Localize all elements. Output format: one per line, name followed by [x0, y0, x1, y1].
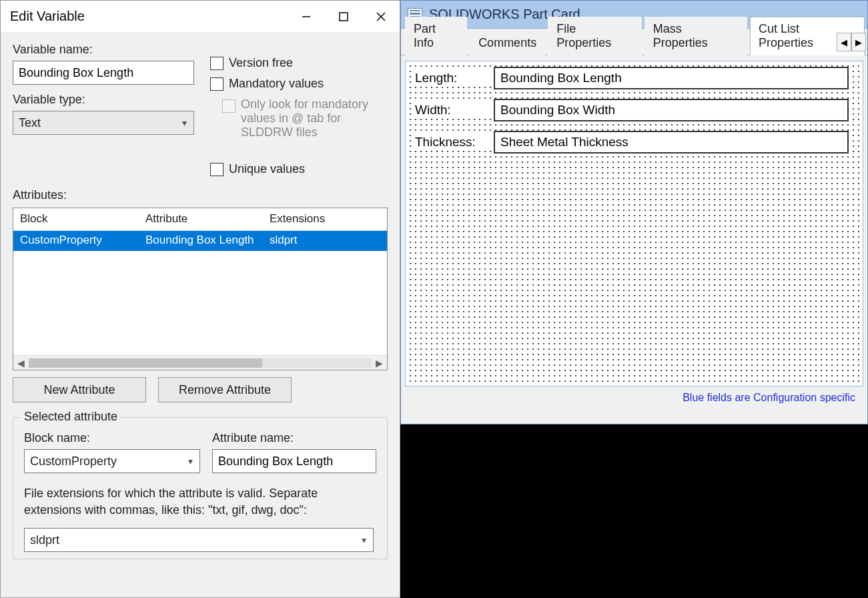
mandatory-subnote-row: Only look for mandatory values in @ tab … — [222, 97, 388, 139]
col-attribute: Attribute — [139, 208, 263, 230]
selected-attribute-legend: Selected attribute — [20, 410, 121, 424]
unique-values-label: Unique values — [229, 162, 305, 176]
chevron-down-icon: ▾ — [362, 535, 366, 545]
scroll-track[interactable] — [29, 358, 372, 368]
block-name-value: CustomProperty — [30, 455, 117, 469]
config-specific-note: Blue fields are Configuration specific — [683, 392, 855, 404]
dialog-title: Edit Variable — [10, 9, 288, 24]
mandatory-values-checkbox-row[interactable]: Mandatory values — [210, 77, 388, 91]
variable-type-label: Variable type: — [13, 93, 194, 107]
version-free-checkbox-row[interactable]: Version free — [210, 56, 388, 70]
width-input[interactable]: Bounding Box Width — [494, 99, 849, 121]
attribute-name-input[interactable] — [212, 449, 376, 473]
field-row-length: Length: Bounding Box Length — [412, 67, 849, 89]
selected-attribute-group: Selected attribute Block name: CustomPro… — [13, 417, 388, 559]
extensions-combo[interactable]: sldprt ▾ — [24, 528, 374, 552]
checkbox-icon — [210, 77, 224, 91]
grid-header: Block Attribute Extensions — [13, 208, 387, 231]
scroll-right-icon[interactable]: ▶ — [376, 358, 383, 368]
cell-attribute: Bounding Box Length — [139, 231, 263, 251]
length-label: Length: — [412, 69, 494, 87]
width-label: Width: — [412, 101, 494, 119]
titlebar: Edit Variable — [1, 1, 400, 32]
block-name-label: Block name: — [24, 431, 200, 445]
maximize-button[interactable] — [325, 1, 362, 32]
grid-empty-area — [13, 251, 387, 355]
part-card-window: SOLIDWORKS Part Card Part Info Comments … — [400, 0, 868, 424]
edit-variable-dialog: Edit Variable Variable name: Variable ty… — [0, 0, 400, 598]
cell-extensions: sldprt — [263, 231, 387, 251]
checkbox-icon — [210, 163, 224, 176]
card-designer-canvas[interactable]: Length: Bounding Box Length Width: Bound… — [405, 61, 863, 386]
col-block: Block — [13, 208, 139, 230]
new-attribute-button[interactable]: New Attribute — [13, 377, 146, 402]
tab-file-properties[interactable]: File Properties — [548, 17, 641, 55]
thickness-input[interactable]: Sheet Metal Thickness — [494, 131, 849, 154]
form-area: Length: Bounding Box Length Width: Bound… — [412, 67, 849, 163]
variable-name-label: Variable name: — [13, 43, 194, 57]
col-extensions: Extensions — [263, 208, 387, 230]
attributes-label: Attributes: — [13, 188, 67, 202]
attribute-name-label: Attribute name: — [212, 431, 376, 445]
block-name-combo[interactable]: CustomProperty ▾ — [24, 449, 200, 473]
length-input[interactable]: Bounding Box Length — [494, 67, 849, 89]
tab-comments[interactable]: Comments — [470, 31, 545, 55]
attributes-grid[interactable]: Block Attribute Extensions CustomPropert… — [13, 208, 388, 370]
field-row-width: Width: Bounding Box Width — [412, 99, 849, 121]
variable-type-combo[interactable]: Text ▾ — [13, 111, 194, 135]
checkbox-icon — [210, 57, 224, 70]
cell-block: CustomProperty — [13, 231, 139, 251]
version-free-label: Version free — [229, 56, 293, 70]
scroll-left-icon[interactable]: ◀ — [17, 358, 25, 368]
grid-row[interactable]: CustomProperty Bounding Box Length sldpr… — [13, 231, 387, 251]
minimize-button[interactable] — [288, 1, 325, 32]
variable-type-value: Text — [19, 116, 41, 130]
mandatory-note: Only look for mandatory values in @ tab … — [241, 97, 381, 139]
chevron-down-icon: ▾ — [182, 117, 187, 128]
tab-scroll-left[interactable]: ◀ — [837, 33, 851, 51]
extensions-value: sldprt — [30, 533, 59, 547]
variable-name-input[interactable] — [13, 61, 194, 85]
remove-attribute-button[interactable]: Remove Attribute — [158, 377, 292, 402]
mandatory-values-label: Mandatory values — [229, 77, 324, 91]
close-button[interactable] — [362, 1, 400, 32]
unique-values-checkbox-row[interactable]: Unique values — [210, 162, 388, 176]
tab-part-info[interactable]: Part Info — [405, 17, 467, 55]
thickness-label: Thickness: — [412, 133, 494, 151]
scroll-thumb[interactable] — [29, 358, 262, 368]
grid-scrollbar[interactable]: ◀ ▶ — [13, 355, 387, 370]
tab-mass-properties[interactable]: Mass Properties — [644, 17, 747, 55]
chevron-down-icon: ▾ — [188, 456, 193, 467]
tab-nav: ◀ ▶ — [837, 33, 866, 51]
checkbox-icon — [222, 99, 236, 113]
svg-rect-1 — [340, 13, 348, 21]
extensions-note: File extensions for which the attribute … — [24, 485, 376, 519]
tab-scroll-right[interactable]: ▶ — [851, 33, 866, 51]
field-row-thickness: Thickness: Sheet Metal Thickness — [412, 131, 849, 154]
tab-strip: Part Info Comments File Properties Mass … — [401, 29, 867, 55]
